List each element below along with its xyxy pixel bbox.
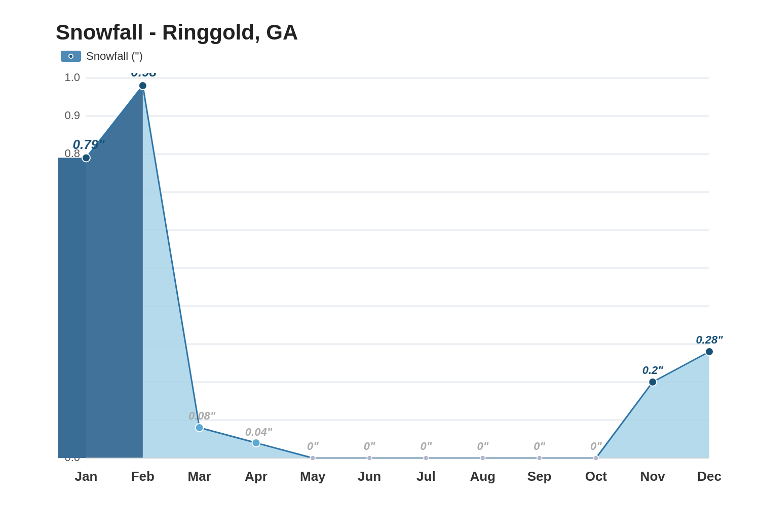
svg-text:0.2": 0.2" <box>642 364 664 376</box>
svg-text:0.04": 0.04" <box>245 426 273 438</box>
svg-text:0": 0" <box>364 440 375 452</box>
svg-text:Sep: Sep <box>527 469 552 484</box>
svg-text:Dec: Dec <box>697 469 721 484</box>
svg-text:0": 0" <box>534 440 545 452</box>
svg-text:Mar: Mar <box>188 469 211 484</box>
svg-text:0": 0" <box>477 440 488 452</box>
legend: Snowfall (") <box>61 50 730 63</box>
svg-text:0.08": 0.08" <box>188 409 216 422</box>
svg-point-58 <box>705 348 713 356</box>
legend-dot <box>68 54 73 59</box>
svg-text:Jun: Jun <box>358 469 381 484</box>
svg-text:Nov: Nov <box>640 469 666 484</box>
svg-text:Oct: Oct <box>585 469 607 484</box>
svg-point-42 <box>252 439 260 447</box>
svg-rect-24 <box>58 158 86 459</box>
svg-text:Aug: Aug <box>470 469 496 484</box>
svg-text:May: May <box>300 469 326 484</box>
svg-text:0.28": 0.28" <box>696 333 723 346</box>
svg-text:Jan: Jan <box>75 469 98 484</box>
svg-text:Jul: Jul <box>416 469 436 484</box>
svg-text:Feb: Feb <box>131 469 155 484</box>
svg-text:0.98": 0.98" <box>131 73 163 80</box>
svg-point-36 <box>82 154 90 162</box>
svg-marker-22 <box>86 86 709 458</box>
svg-text:0.9: 0.9 <box>64 109 80 122</box>
svg-text:0": 0" <box>590 440 602 452</box>
svg-point-40 <box>196 424 204 432</box>
svg-text:0": 0" <box>421 440 432 452</box>
svg-text:0.79": 0.79" <box>73 137 105 152</box>
chart-svg: 0.00.10.20.30.40.50.60.70.80.91.00.79"0.… <box>46 73 730 488</box>
svg-point-56 <box>649 378 657 386</box>
svg-text:0": 0" <box>307 440 319 452</box>
legend-icon <box>61 51 81 62</box>
chart-container: Snowfall - Ringgold, GA Snowfall (") 0.0… <box>0 0 760 532</box>
legend-label: Snowfall (") <box>86 50 143 63</box>
chart-title: Snowfall - Ringgold, GA <box>56 20 730 45</box>
svg-point-38 <box>139 82 147 90</box>
svg-text:1.0: 1.0 <box>64 73 80 84</box>
chart-area: 0.00.10.20.30.40.50.60.70.80.91.00.79"0.… <box>46 73 730 488</box>
svg-text:Apr: Apr <box>245 469 268 484</box>
